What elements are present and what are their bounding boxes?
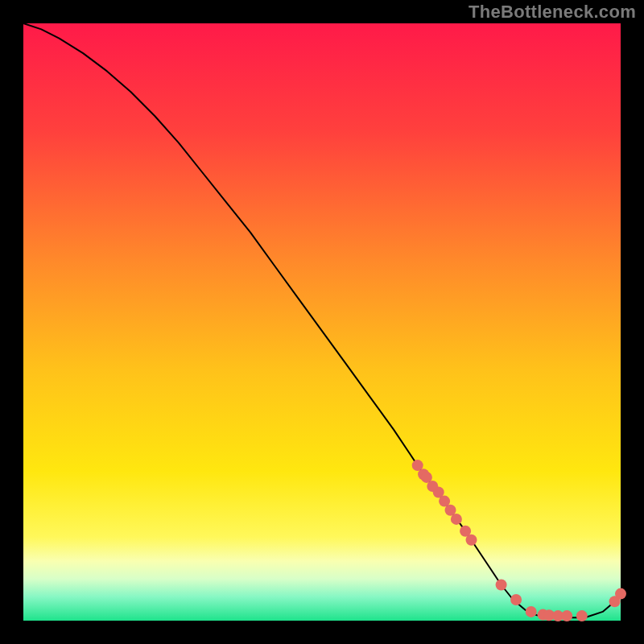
highlight-dot	[496, 580, 507, 591]
highlight-dot	[510, 594, 522, 605]
highlight-dot	[615, 588, 626, 600]
highlight-dot	[561, 610, 572, 621]
highlight-dot	[466, 535, 477, 546]
highlight-dot	[526, 606, 537, 617]
highlight-dot	[451, 514, 462, 525]
bottleneck-chart	[0, 0, 644, 644]
chart-stage: TheBottleneck.com	[0, 0, 644, 644]
highlight-dot	[576, 610, 588, 621]
chart-plot-area	[23, 23, 621, 621]
watermark-text: TheBottleneck.com	[469, 2, 636, 23]
